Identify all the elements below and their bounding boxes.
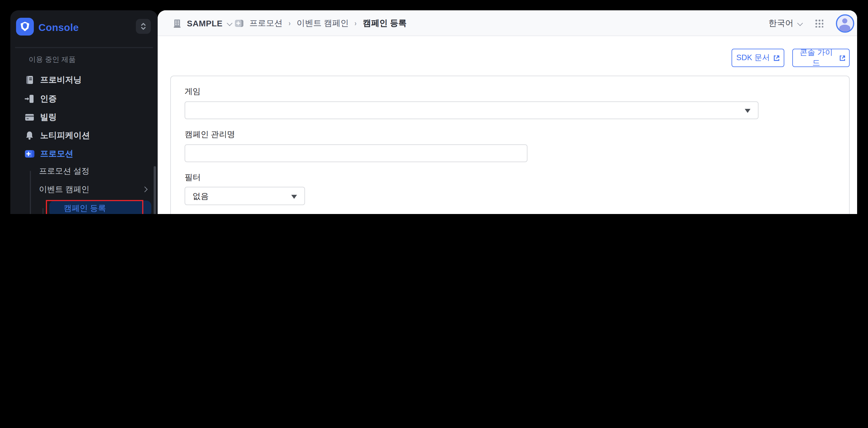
app-window: Console 이용 중인 제품 프로비저닝	[0, 0, 868, 214]
search-form-card: 게임 캠페인 관리명 필터 없음 검색 초기화	[170, 76, 850, 214]
sidebar-item-label: 프로비저닝	[40, 74, 82, 85]
main-content: SAMPLE 프로모션 › 이벤트 캠페인 › 캠페인 등록	[158, 10, 857, 214]
sidebar-item-provisioning[interactable]: 프로비저닝	[10, 70, 158, 89]
sdk-doc-button[interactable]: SDK 문서	[732, 49, 784, 67]
campaign-name-label: 캠페인 관리명	[185, 130, 235, 140]
sidebar-item-event-campaign[interactable]: 이벤트 캠페인	[10, 182, 158, 198]
caret-down-icon	[291, 195, 297, 199]
sidebar-section-label: 이용 중인 제품	[29, 55, 76, 65]
sidebar-item-label: 노티피케이션	[40, 130, 90, 141]
game-select[interactable]	[185, 101, 758, 119]
promotion-icon	[25, 149, 34, 158]
notification-bell-icon	[25, 130, 34, 140]
topbar: SAMPLE 프로모션 › 이벤트 캠페인 › 캠페인 등록	[158, 10, 857, 36]
breadcrumb-separator: ›	[355, 19, 357, 28]
sidebar-divider	[15, 47, 153, 48]
project-name: SAMPLE	[187, 19, 222, 28]
chevron-right-icon	[142, 187, 148, 192]
sidebar-item-billing[interactable]: 빌링	[10, 108, 158, 126]
sidebar-logo-row: Console	[10, 10, 158, 46]
submenu-label: 이벤트 캠페인	[39, 185, 89, 195]
sidebar-item-promotion[interactable]: 프로모션	[10, 144, 158, 163]
highlight-annotation-box	[46, 200, 143, 214]
sidebar-item-notification[interactable]: 노티피케이션	[10, 126, 158, 144]
project-selector[interactable]: SAMPLE	[173, 10, 231, 36]
sidebar-item-label: 빌링	[40, 111, 57, 122]
language-selector[interactable]: 한국어	[769, 18, 802, 29]
filter-label: 필터	[185, 172, 201, 183]
submenu-label: 프로모션 설정	[39, 166, 89, 176]
sidebar-item-auth[interactable]: 인증	[10, 89, 158, 108]
language-label: 한국어	[769, 18, 794, 29]
user-avatar[interactable]	[836, 14, 854, 32]
console-logo-icon	[16, 18, 34, 35]
breadcrumb-separator: ›	[289, 19, 291, 28]
chevron-down-icon	[227, 20, 233, 26]
billing-icon	[25, 112, 34, 122]
breadcrumb-item[interactable]: 프로모션	[249, 18, 283, 29]
provisioning-icon	[25, 75, 34, 85]
sidebar: Console 이용 중인 제품 프로비저닝	[10, 10, 158, 214]
console-logo-text: Console	[38, 22, 79, 34]
console-guide-label: 콘솔 가이드	[796, 47, 836, 68]
campaign-name-input[interactable]	[185, 144, 527, 162]
sidebar-expand-collapse-button[interactable]	[136, 19, 151, 34]
external-link-icon	[773, 55, 780, 61]
filter-select[interactable]: 없음	[185, 187, 305, 205]
breadcrumb: 프로모션 › 이벤트 캠페인 › 캠페인 등록	[235, 10, 407, 36]
game-label: 게임	[185, 87, 201, 97]
sidebar-item-label: 프로모션	[40, 148, 73, 159]
breadcrumb-item[interactable]: 이벤트 캠페인	[297, 18, 349, 29]
topbar-right: 한국어	[769, 10, 854, 36]
sdk-doc-label: SDK 문서	[736, 53, 770, 63]
submenu-indent-guide-2	[42, 208, 43, 214]
apps-grid-icon[interactable]	[815, 19, 823, 28]
auth-icon	[25, 94, 34, 103]
avatar-person-icon	[842, 18, 847, 23]
filter-selected-value: 없음	[193, 191, 209, 202]
breadcrumb-current: 캠페인 등록	[363, 18, 406, 29]
promotion-badge-icon	[235, 19, 244, 28]
console-guide-button[interactable]: 콘솔 가이드	[792, 49, 850, 67]
sidebar-scrollbar[interactable]	[154, 166, 156, 214]
chevron-down-icon	[797, 20, 803, 26]
building-icon	[173, 18, 182, 28]
external-link-icon	[840, 55, 846, 61]
sidebar-item-promotion-settings[interactable]: 프로모션 설정	[10, 163, 158, 179]
sidebar-item-label: 인증	[40, 93, 57, 104]
caret-down-icon	[745, 109, 750, 113]
